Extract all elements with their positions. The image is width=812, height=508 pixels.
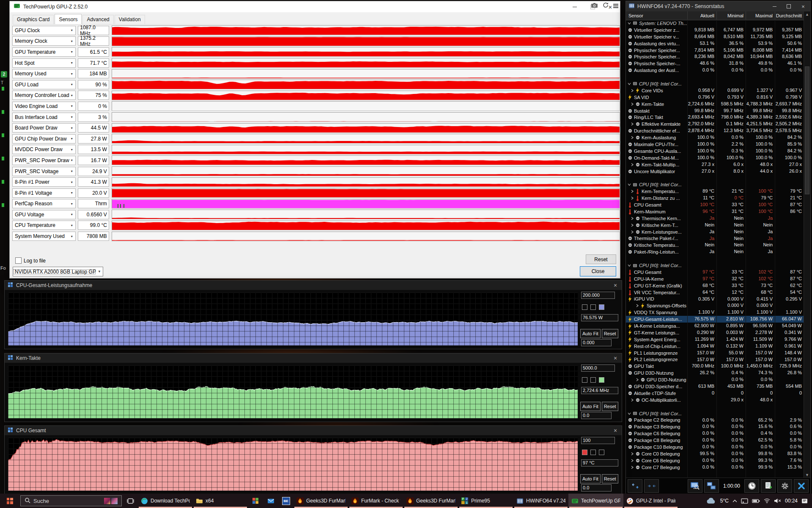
log-to-file-checkbox[interactable] — [15, 257, 22, 264]
sensor-table-row[interactable]: Gesamte CPU-Ausla...100.0 %0.3 %100.0 %8… — [626, 148, 804, 155]
wifi-icon[interactable] — [764, 498, 770, 503]
chevron-right-icon[interactable] — [631, 89, 634, 92]
taskbar-app-edge[interactable]: Download TechPow... — [138, 494, 193, 508]
gpu-select-dropdown[interactable]: NVIDIA RTX A2000 8GB Laptop GPU ▼ — [13, 267, 103, 276]
monitor-search-button[interactable] — [688, 479, 702, 493]
report-add-icon[interactable] — [761, 479, 776, 493]
chevron-right-icon[interactable] — [631, 224, 634, 227]
chevron-right-icon[interactable] — [631, 398, 634, 402]
weather-cloud-icon[interactable] — [706, 498, 716, 504]
sensor-table-row[interactable]: Kern-Takt-Multip...27.3 x6.0 x48.0 x27.0… — [626, 161, 804, 168]
clock-icon[interactable] — [744, 479, 759, 493]
sensor-name-dropdown[interactable]: Board Power Draw▼ — [12, 123, 76, 133]
sensor-table-row[interactable]: GPU D3D-Speicher d...613 MB453 MB735 MB5… — [626, 383, 804, 390]
sensor-name-dropdown[interactable]: 8-Pin #1 Voltage▼ — [12, 188, 76, 198]
sensor-table-row[interactable]: Package C3 Belegung0.0 %0.0 %15.6 %0.6 % — [626, 423, 804, 430]
graph-titlebar[interactable]: Kern-Takte × — [5, 353, 622, 363]
sensor-name-dropdown[interactable]: Memory Clock▼ — [12, 36, 76, 46]
sensor-table-row[interactable]: Rest-of-Chip-Leistun...1.094 W0.132 W1.1… — [626, 343, 804, 350]
sensor-table-row[interactable]: GPU D3D-Nutzung26.2 %0.4 %74.3 %26.8 % — [626, 370, 804, 376]
taskbar-app-mail[interactable] — [263, 494, 278, 508]
auto-fit-button[interactable]: Auto Fit — [580, 474, 601, 483]
volume-muted-icon[interactable] — [774, 498, 781, 503]
hwinfo-column-header[interactable]: SensorAktuellMinimalMaximalDurchschnitt▲ — [626, 11, 810, 20]
sensor-name-dropdown[interactable]: MVDDC Power Draw▼ — [12, 145, 76, 154]
chevron-right-icon[interactable] — [631, 466, 634, 469]
sensor-group-header[interactable]: System: LENOVO Th... — [626, 20, 804, 27]
sensor-table-row[interactable]: Uncore Multiplikator27.0 x8.0 x44.0 x26.… — [626, 168, 804, 175]
series-checkbox[interactable] — [590, 304, 596, 310]
sensor-table-row[interactable]: Effektive Kerntakte2,792.0 MHz0.1 MHz4,2… — [626, 121, 804, 127]
scrollbar[interactable]: ▲ ▼ — [804, 11, 810, 478]
auto-fit-button[interactable]: Auto Fit — [580, 402, 601, 411]
series-checkbox[interactable] — [590, 450, 596, 455]
taskbar-app-furmark[interactable]: Geeks3D FurMark v... — [403, 494, 458, 508]
chevron-right-icon[interactable] — [631, 163, 634, 166]
sensor-table-row[interactable]: Kern-Auslastung100.0 %0.0 %100.0 %84.2 % — [626, 134, 804, 141]
sensor-name-dropdown[interactable]: 8-Pin #1 Power▼ — [12, 177, 76, 187]
sensor-table-row[interactable]: Thermische Paket-/...JaNeinJa — [626, 235, 804, 242]
screenshot-camera-icon[interactable] — [591, 2, 598, 10]
settings-gear-icon[interactable] — [777, 479, 792, 493]
sensor-name-dropdown[interactable]: Memory Controller Load▼ — [12, 91, 76, 100]
sensor-name-dropdown[interactable]: PWR_SRC Power Draw▼ — [12, 156, 76, 165]
series-checkbox[interactable] — [582, 304, 587, 310]
series-checkbox[interactable] — [590, 377, 596, 383]
chevron-right-icon[interactable] — [636, 304, 639, 307]
sensor-group-header[interactable]: CPU [#0]: Intel Cor... — [626, 80, 804, 87]
tab-validation[interactable]: Validation — [115, 15, 145, 24]
sensor-table-row[interactable]: Kern-Temperatu...89 °C21 °C100 °C79 °C — [626, 188, 804, 195]
close-icon[interactable]: × — [796, 1, 810, 11]
sensor-table-row[interactable]: Auslastung des virtu...53.1 %36.5 %53.9 … — [626, 40, 804, 47]
sensor-table-row[interactable]: Package C6 Belegung0.0 %0.0 %0.4 %0.0 % — [626, 430, 804, 437]
chevron-right-icon[interactable] — [631, 122, 634, 126]
taskbar-app-folder[interactable]: x64 — [193, 494, 248, 508]
sensor-name-dropdown[interactable]: Memory Used▼ — [12, 69, 76, 78]
close-button[interactable]: Close — [580, 266, 616, 276]
gpuz-titlebar[interactable]: TechPowerUp GPU-Z 2.52.0 × — [10, 1, 620, 12]
chevron-down-icon[interactable] — [628, 83, 631, 85]
battery-icon[interactable] — [752, 499, 760, 503]
scroll-down-icon[interactable]: ▼ — [804, 473, 810, 477]
swap-columns-button[interactable] — [628, 479, 642, 493]
reset-button[interactable]: Reset — [602, 329, 618, 338]
reset-button[interactable]: Reset — [586, 254, 616, 264]
column-header-maximal[interactable]: Maximal — [746, 11, 775, 20]
sensor-table-row[interactable]: Thermische Kern...JaNeinJa — [626, 215, 804, 222]
search-input[interactable]: Suche — [20, 495, 122, 506]
tab-sensors[interactable]: Sensors — [55, 14, 82, 24]
sensor-table-row[interactable]: Kern-Distanz zu ...11 °C0 °C79 °C21 °C — [626, 195, 804, 202]
sensor-table-row[interactable]: Maximale CPU-/Thr...100.0 %2.2 %100.0 %8… — [626, 141, 804, 148]
column-header-aktuell[interactable]: Aktuell — [687, 11, 716, 20]
sensor-table-row[interactable]: Kern-Takte2,724.6 MHz598.5 MHz4,788.3 MH… — [626, 101, 804, 108]
chevron-down-icon[interactable] — [628, 22, 631, 25]
sensor-table-row[interactable]: Package C8 Belegung0.0 %0.0 %62.5 %5.8 % — [626, 437, 804, 444]
taskbar-app-gpuz[interactable]: TechPowerUp GPU-... — [568, 494, 623, 508]
sensor-table-row[interactable]: Core C6 Belegung0.0 %0.0 %99.3 %7.6 % — [626, 457, 804, 464]
chevron-right-icon[interactable] — [631, 136, 634, 139]
sensor-name-dropdown[interactable]: System Memory Used▼ — [12, 232, 76, 241]
sensor-name-dropdown[interactable]: Video Engine Load▼ — [12, 102, 76, 111]
chevron-right-icon[interactable] — [636, 378, 639, 381]
taskbar-app-store[interactable] — [248, 494, 263, 508]
column-header-durchschnitt[interactable]: Durchschnitt — [775, 11, 804, 20]
minimize-button[interactable] — [767, 1, 782, 11]
sensor-table-row[interactable]: System Agent Energ...11.269 W1.424 W11.5… — [626, 336, 804, 343]
series-checkbox[interactable] — [599, 304, 604, 310]
sensor-name-dropdown[interactable]: GPU Clock▼ — [12, 26, 76, 35]
series-checkbox[interactable] — [582, 450, 587, 455]
reset-button[interactable]: Reset — [602, 402, 618, 411]
sensor-table-row[interactable]: Durchschnittlicher ef...2,878.4 MHz12.3 … — [626, 127, 804, 134]
series-checkbox[interactable] — [582, 377, 587, 383]
taskbar-app-hwinfo[interactable]: HWiNFO64 v7.24-4... — [513, 494, 568, 508]
sensor-group-header[interactable]: CPU [#0]: Intel Cor... — [626, 262, 804, 269]
sensor-table-row[interactable]: IA-Kerne Leistungsa...62.900 W0.895 W96.… — [626, 323, 804, 329]
reset-button[interactable]: Reset — [602, 474, 618, 483]
sensor-table-row[interactable]: Auslastung der Ausl...0.0 %0.0 %0.0 %0.0… — [626, 67, 804, 74]
sensor-table-row[interactable]: Physische Speicher-...48.6 %31.8 %49.8 %… — [626, 60, 804, 67]
sensor-table-row[interactable]: CPU Gesamt97 °C33 °C102 °C87 °C — [626, 269, 804, 276]
scroll-up-icon[interactable]: ▲ — [804, 12, 810, 17]
sensor-name-dropdown[interactable]: CPU Temperature▼ — [12, 221, 76, 230]
sensor-table-row[interactable]: Bustakt99.8 MHz99.7 MHz99.8 MHz99.8 MHz — [626, 108, 804, 114]
series-checkbox[interactable] — [599, 450, 604, 455]
